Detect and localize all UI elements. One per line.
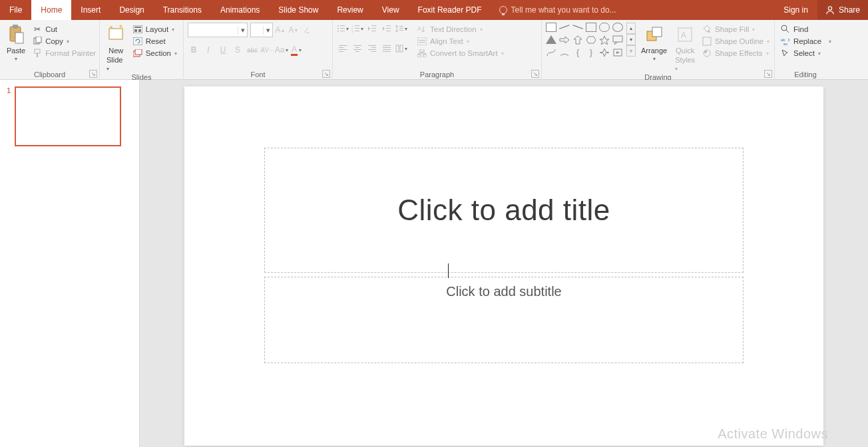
decrease-font-icon[interactable]: A▼ <box>288 24 300 36</box>
svg-rect-32 <box>386 25 391 26</box>
shape-textbox-icon[interactable] <box>546 23 556 32</box>
increase-font-icon[interactable]: A▲ <box>274 24 286 36</box>
format-painter-icon <box>33 49 42 58</box>
clear-formatting-icon[interactable] <box>301 24 313 36</box>
strikethrough-button[interactable]: abc <box>246 44 258 56</box>
shape-star-icon[interactable] <box>599 35 610 45</box>
change-case-button[interactable]: Aa <box>276 44 288 56</box>
cut-button[interactable]: ✂ Cut <box>31 24 98 35</box>
format-painter-button[interactable]: Format Painter <box>31 48 98 59</box>
columns-button[interactable] <box>395 43 407 55</box>
shape-brace-left-icon[interactable]: { <box>572 48 583 57</box>
sign-in-button[interactable]: Sign in <box>774 0 817 20</box>
replace-icon: abac <box>781 37 790 46</box>
italic-button[interactable]: I <box>202 44 214 56</box>
group-slides: New Slide ▾ Layout▾ Reset Section▾ Slide… <box>100 20 184 80</box>
find-button[interactable]: Find <box>779 24 833 35</box>
shape-fill-button[interactable]: Shape Fill▾ <box>700 24 771 35</box>
tab-slideshow[interactable]: Slide Show <box>269 0 327 20</box>
numbering-button[interactable]: 123 <box>351 23 363 35</box>
shape-star4-icon[interactable] <box>599 48 610 57</box>
bullets-button[interactable] <box>337 23 349 35</box>
subtitle-placeholder[interactable]: Click to add subtitle <box>264 277 744 363</box>
svg-rect-7 <box>37 53 38 57</box>
quick-styles-button[interactable]: A Quick Styles ▾ <box>672 23 698 73</box>
copy-button[interactable]: Copy ▾ <box>31 36 98 47</box>
font-size-combo[interactable]: ▾ <box>250 23 273 37</box>
slide-thumbnail-1[interactable] <box>15 86 121 146</box>
align-left-button[interactable] <box>337 43 349 55</box>
gallery-more-button[interactable]: ▿ <box>626 45 636 57</box>
shape-arc-icon[interactable] <box>559 48 570 57</box>
gallery-down-button[interactable]: ▾ <box>626 34 636 45</box>
character-spacing-button[interactable]: AV↔ <box>261 44 273 56</box>
align-center-button[interactable] <box>351 43 363 55</box>
shadow-button[interactable]: S <box>232 44 244 56</box>
slide-canvas-area[interactable]: Click to add title Click to add subtitle… <box>140 80 868 447</box>
drawing-dialog-launcher[interactable]: ↘ <box>764 70 772 78</box>
line-spacing-button[interactable] <box>395 23 407 35</box>
paragraph-dialog-launcher[interactable]: ↘ <box>531 70 539 78</box>
increase-indent-button[interactable] <box>381 23 393 35</box>
shape-outline-button[interactable]: Shape Outline▾ <box>700 36 771 47</box>
shape-arrow-right-icon[interactable] <box>559 35 570 45</box>
svg-rect-58 <box>419 40 425 41</box>
tab-view[interactable]: View <box>373 0 409 20</box>
tab-foxit[interactable]: Foxit Reader PDF <box>409 0 491 20</box>
font-name-combo[interactable]: ▾ <box>188 23 248 37</box>
svg-point-75 <box>781 25 787 31</box>
replace-label: Replace <box>793 37 821 45</box>
find-label: Find <box>793 25 808 33</box>
select-button[interactable]: Select▾ <box>779 48 833 59</box>
clipboard-dialog-launcher[interactable]: ↘ <box>89 70 97 78</box>
shape-action-icon[interactable] <box>612 48 623 57</box>
arrange-button[interactable]: Arrange ▾ <box>638 23 670 63</box>
svg-point-19 <box>337 28 339 29</box>
convert-smartart-button[interactable]: Convert to SmartArt▾ <box>415 48 506 59</box>
lightbulb-icon <box>499 6 507 14</box>
shape-rounded-rect-icon[interactable] <box>599 23 610 32</box>
font-dialog-launcher[interactable]: ↘ <box>322 70 330 78</box>
gallery-up-button[interactable]: ▴ <box>626 23 636 34</box>
bold-button[interactable]: B <box>188 44 200 56</box>
align-text-button[interactable]: Align Text▾ <box>415 36 506 47</box>
tab-insert[interactable]: Insert <box>71 0 110 20</box>
shape-oval-icon[interactable] <box>612 23 623 32</box>
share-button[interactable]: Share <box>817 0 868 20</box>
font-color-button[interactable]: A <box>290 44 302 56</box>
tab-design[interactable]: Design <box>110 0 153 20</box>
svg-text:A: A <box>681 31 686 40</box>
paste-button[interactable]: Paste ▾ <box>4 23 28 63</box>
shape-connector-icon[interactable] <box>546 48 556 57</box>
shapes-gallery-scroll: ▴ ▾ ▿ <box>626 23 636 59</box>
layout-button[interactable]: Layout▾ <box>131 24 179 35</box>
text-direction-button[interactable]: A Text Direction▾ <box>415 24 506 35</box>
group-paragraph: 123 A Text Direction▾ <box>333 20 542 80</box>
title-placeholder[interactable]: Click to add title <box>264 148 744 273</box>
svg-point-9 <box>110 26 112 29</box>
decrease-indent-button[interactable] <box>366 23 378 35</box>
slide[interactable]: Click to add title Click to add subtitle <box>184 86 823 446</box>
shape-callout-icon[interactable] <box>612 35 623 45</box>
tab-home[interactable]: Home <box>31 0 71 20</box>
justify-button[interactable] <box>381 43 393 55</box>
tab-review[interactable]: Review <box>327 0 372 20</box>
tab-animations[interactable]: Animations <box>211 0 269 20</box>
shape-rectangle-icon[interactable] <box>586 23 596 32</box>
shape-brace-right-icon[interactable]: } <box>586 48 596 57</box>
align-right-button[interactable] <box>366 43 378 55</box>
tab-transitions[interactable]: Transitions <box>154 0 211 20</box>
shape-triangle-icon[interactable] <box>546 35 556 44</box>
underline-button[interactable]: U <box>217 44 229 56</box>
tell-me-search[interactable]: Tell me what you want to do... <box>491 0 624 20</box>
replace-button[interactable]: abac Replace ▾ <box>779 36 833 47</box>
section-label: Section <box>146 49 171 57</box>
slide-thumbnail-panel: 1 <box>0 80 140 447</box>
shape-hexagon-icon[interactable] <box>586 35 596 45</box>
shape-effects-button[interactable]: Shape Effects▾ <box>700 48 771 59</box>
tab-file[interactable]: File <box>0 0 31 20</box>
reset-button[interactable]: Reset <box>131 36 179 47</box>
new-slide-button[interactable]: New Slide ▾ <box>104 23 128 73</box>
shapes-gallery[interactable]: { } <box>546 23 624 59</box>
section-button[interactable]: Section▾ <box>131 48 179 59</box>
